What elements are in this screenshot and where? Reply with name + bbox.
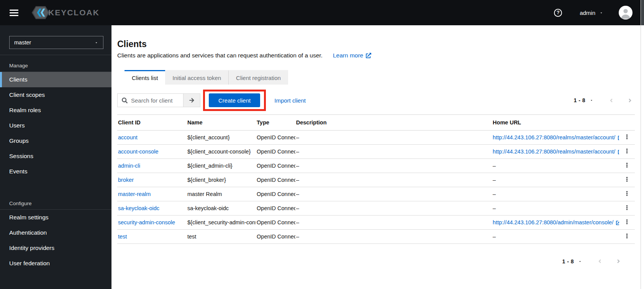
keycloak-admin-console: KEYCLOAK ? admin: [0, 0, 644, 289]
client-id-link[interactable]: master-realm: [118, 191, 151, 197]
column-header-home-url: Home URL: [492, 115, 619, 131]
avatar[interactable]: [619, 6, 633, 20]
cell-name: ${client_security-admin-console}: [187, 219, 256, 225]
row-actions-kebab[interactable]: [623, 132, 631, 143]
client-id-link[interactable]: test: [118, 233, 127, 240]
client-id-link[interactable]: account-console: [118, 149, 159, 155]
pagination-prev-button[interactable]: [607, 97, 615, 104]
row-actions-kebab[interactable]: [623, 231, 631, 242]
pagination-next-button[interactable]: [615, 258, 623, 265]
kebab-menu-icon: [626, 190, 628, 197]
sidebar-item-sessions[interactable]: Sessions: [0, 149, 111, 164]
toolbar: Create client Import client 1 - 8: [117, 90, 635, 111]
sidebar-item-events[interactable]: Events: [0, 164, 111, 179]
page-scrollbar[interactable]: [641, 0, 644, 289]
learn-more-link[interactable]: Learn more: [333, 52, 371, 59]
kebab-menu-icon: [626, 233, 628, 239]
chevron-left-icon: [598, 258, 601, 264]
pagination-prev-button[interactable]: [596, 258, 604, 265]
cell-type: OpenID Connect: [257, 233, 295, 240]
tab-clients-list[interactable]: Clients list: [125, 70, 165, 85]
chevron-right-icon: [628, 98, 632, 103]
table-row: security-admin-console${client_security-…: [117, 216, 635, 230]
sidebar-item-clients[interactable]: Clients: [0, 72, 111, 87]
hamburger-icon: [10, 10, 18, 11]
tab-initial-access-token[interactable]: Initial access token: [165, 70, 228, 85]
sidebar-item-groups[interactable]: Groups: [0, 133, 111, 149]
client-id-link[interactable]: broker: [118, 177, 134, 183]
kebab-menu-icon: [626, 176, 628, 183]
column-header-name: Name: [187, 115, 256, 131]
search-submit-button[interactable]: [183, 93, 200, 107]
sidebar-item-realm-settings[interactable]: Realm settings: [0, 210, 111, 225]
row-actions-kebab[interactable]: [623, 217, 631, 228]
sidebar-item-realm-roles[interactable]: Realm roles: [0, 103, 111, 118]
scrollbar-thumb[interactable]: [641, 0, 644, 25]
pagination-options-toggle[interactable]: [589, 98, 594, 102]
table-row: master-realmmaster RealmOpenID Connect––: [117, 187, 635, 201]
pagination-options-toggle[interactable]: [577, 260, 583, 263]
sidebar: master ManageClientsClient scopesRealm r…: [0, 25, 111, 289]
table-row: sa-keycloak-oidcsa-keycloak-oidcOpenID C…: [117, 201, 635, 216]
client-id-link[interactable]: admin-cli: [118, 163, 140, 169]
client-id-link[interactable]: sa-keycloak-oidc: [118, 205, 159, 211]
home-url-link[interactable]: http://44.243.106.27:8080/realms/master/…: [493, 134, 619, 140]
caret-down-icon: [578, 260, 582, 263]
home-url-link[interactable]: http://44.243.106.27:8080/admin/master/c…: [493, 219, 619, 225]
search-icon: [122, 98, 128, 103]
import-client-link[interactable]: Import client: [274, 97, 306, 104]
external-link-icon: [616, 220, 619, 225]
page-description-row: Clients are applications and services th…: [117, 52, 635, 59]
search-input[interactable]: [131, 97, 180, 104]
create-client-button[interactable]: Create client: [209, 93, 260, 107]
cell-home-url: –: [493, 163, 496, 169]
kebab-menu-icon: [626, 219, 628, 225]
nav-toggle-button[interactable]: [7, 7, 21, 18]
cell-description: –: [296, 163, 299, 169]
search-box: [117, 93, 183, 107]
row-actions-kebab[interactable]: [623, 203, 631, 214]
sidebar-item-identity-providers[interactable]: Identity providers: [0, 240, 111, 256]
sidebar-item-authentication[interactable]: Authentication: [0, 225, 111, 240]
sidebar-item-client-scopes[interactable]: Client scopes: [0, 87, 111, 103]
cell-type: OpenID Connect: [257, 177, 295, 183]
username: admin: [580, 10, 595, 16]
client-id-link[interactable]: security-admin-console: [118, 219, 175, 225]
masthead-actions: ? admin: [554, 6, 633, 20]
cell-description: –: [296, 205, 299, 211]
realm-selector-value: master: [14, 39, 31, 46]
column-header-client-id: Client ID: [117, 115, 187, 131]
row-actions-kebab[interactable]: [623, 146, 631, 157]
kebab-menu-icon: [626, 162, 628, 168]
chevron-down-icon: [599, 11, 603, 14]
client-id-link[interactable]: account: [118, 134, 138, 140]
cell-home-url: –: [493, 233, 496, 240]
row-actions-kebab[interactable]: [623, 160, 631, 171]
cell-type: OpenID Connect: [257, 134, 295, 140]
cell-home-url: –: [493, 205, 496, 211]
user-menu[interactable]: admin: [580, 10, 603, 16]
row-actions-kebab[interactable]: [623, 175, 631, 185]
tab-bar: Clients listInitial access tokenClient r…: [125, 70, 635, 85]
help-icon[interactable]: ?: [554, 9, 562, 17]
cell-name: ${client_admin-cli}: [187, 163, 233, 169]
cell-description: –: [296, 134, 299, 140]
cell-type: OpenID Connect: [257, 191, 295, 197]
pagination-next-button[interactable]: [626, 97, 634, 104]
nav-section-configure: ConfigureRealm settingsAuthenticationIde…: [0, 193, 111, 271]
realm-selector-area: master: [0, 25, 111, 55]
sidebar-item-users[interactable]: Users: [0, 118, 111, 133]
table-body: account${client_account}OpenID Connect–h…: [117, 131, 635, 244]
column-header-type: Type: [256, 115, 295, 131]
tab-client-registration[interactable]: Client registration: [228, 70, 288, 85]
row-actions-kebab[interactable]: [623, 189, 631, 199]
clients-table: Client IDNameTypeDescriptionHome URL acc…: [117, 114, 635, 244]
table-row: admin-cli${client_admin-cli}OpenID Conne…: [117, 159, 635, 173]
table-header: Client IDNameTypeDescriptionHome URL: [117, 115, 635, 131]
realm-selector[interactable]: master: [9, 36, 103, 49]
kebab-menu-icon: [626, 148, 628, 154]
sidebar-item-user-federation[interactable]: User federation: [0, 256, 111, 271]
pagination-bottom-row: 1 - 8: [117, 258, 623, 265]
home-url-link[interactable]: http://44.243.106.27:8080/realms/master/…: [493, 149, 619, 155]
chevron-left-icon: [610, 98, 613, 103]
